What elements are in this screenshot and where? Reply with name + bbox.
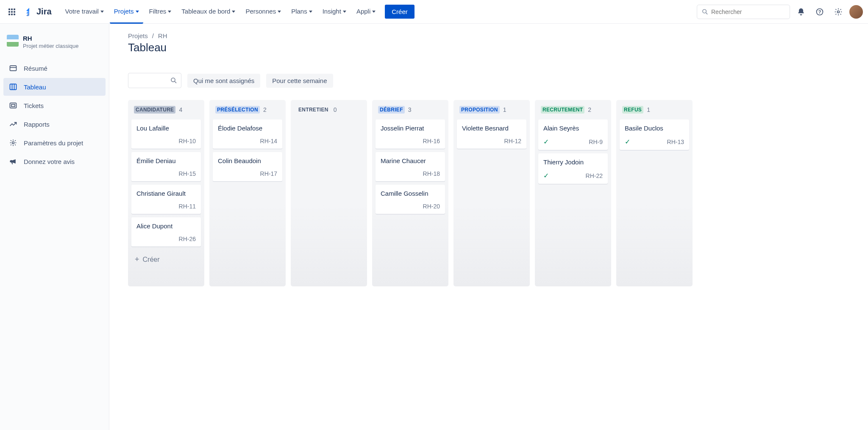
svg-rect-10 [10, 103, 17, 108]
card-title: Alain Seyrès [543, 125, 603, 132]
board-card[interactable]: Marine ChaucerRH-18 [376, 152, 445, 181]
column-count: 2 [588, 106, 591, 113]
app-switcher[interactable] [5, 5, 19, 19]
filter-assigned-to-me[interactable]: Qui me sont assignés [187, 74, 260, 88]
card-key: RH-12 [462, 138, 521, 144]
column-count: 2 [263, 106, 267, 113]
column-header[interactable]: CANDIDATURE4 [131, 106, 201, 116]
svg-point-12 [12, 142, 14, 144]
column-header[interactable]: PROPOSITION1 [457, 106, 526, 116]
board-icon [8, 82, 18, 92]
sidebar-item-label: Donnez votre avis [24, 158, 75, 165]
sidebar-list: Résumé Tableau Tickets Rapports Paramètr… [3, 59, 106, 170]
column-count: 4 [179, 106, 182, 113]
nav-plans[interactable]: Plans [287, 0, 317, 24]
board-card[interactable]: Alain Seyrès✓RH-9 [538, 119, 608, 150]
create-button[interactable]: Créer [385, 5, 415, 19]
sidebar-item-board[interactable]: Tableau [3, 78, 106, 96]
notifications-button[interactable] [793, 4, 809, 19]
column-title: REFUS [622, 106, 643, 114]
chevron-down-icon [278, 11, 281, 13]
board-card[interactable]: Thierry Jodoin✓RH-22 [538, 153, 608, 184]
board-card[interactable]: Émilie DeniauRH-15 [131, 152, 201, 181]
svg-point-13 [171, 78, 175, 82]
board-card[interactable]: Alice DupontRH-26 [131, 217, 201, 247]
column-header[interactable]: ENTRETIEN0 [294, 106, 364, 116]
card-key: RH-9 [549, 139, 603, 145]
global-search[interactable] [697, 5, 790, 19]
column-header[interactable]: RECRUTEMENT2 [538, 106, 608, 116]
nav-label: Plans [291, 8, 307, 15]
svg-line-1 [706, 13, 708, 14]
column-title: ENTRETIEN [297, 106, 330, 114]
jira-logo[interactable]: Jira [20, 5, 56, 18]
card-title: Basile Duclos [625, 125, 684, 132]
board-card[interactable]: Violette BesnardRH-12 [457, 119, 526, 149]
board-card[interactable]: Christiane GiraultRH-11 [131, 185, 201, 214]
chevron-down-icon [343, 11, 346, 13]
sidebar-item-settings[interactable]: Paramètres du projet [3, 134, 106, 152]
board-column: PROPOSITION1Violette BesnardRH-12 [453, 100, 530, 286]
column-header[interactable]: REFUS1 [620, 106, 689, 116]
nav-insight[interactable]: Insight [318, 0, 351, 24]
project-header[interactable]: RH Projet métier classique [3, 32, 106, 57]
board-card[interactable]: Josselin PierratRH-16 [376, 119, 445, 149]
card-footer: ✓RH-13 [625, 138, 684, 146]
nav-your-work[interactable]: Votre travail [61, 0, 108, 24]
card-title: Marine Chaucer [381, 157, 440, 164]
help-icon: ? [815, 8, 824, 16]
card-key: RH-13 [630, 139, 684, 145]
chevron-down-icon [372, 11, 376, 13]
column-header[interactable]: DÉBRIEF3 [376, 106, 445, 116]
board-card[interactable]: Colin BeaudoinRH-17 [213, 152, 282, 181]
nav-apps[interactable]: Appli [352, 0, 380, 24]
board-card[interactable]: Camille GosselinRH-20 [376, 185, 445, 214]
board-column: DÉBRIEF3Josselin PierratRH-16Marine Chau… [372, 100, 448, 286]
column-header[interactable]: PRÉSÉLECTION2 [213, 106, 282, 116]
breadcrumb-root[interactable]: Projets [128, 32, 148, 39]
card-icon [8, 64, 18, 73]
sidebar-item-reports[interactable]: Rapports [3, 115, 106, 133]
board: CANDIDATURE4Lou LafailleRH-10Émilie Deni… [128, 100, 855, 286]
board-card[interactable]: Lou LafailleRH-10 [131, 119, 201, 149]
card-key: RH-26 [136, 236, 196, 242]
card-title: Christiane Girault [136, 190, 196, 197]
card-footer: RH-14 [218, 138, 277, 144]
sidebar-item-label: Paramètres du projet [24, 139, 83, 147]
board-search[interactable] [128, 73, 181, 88]
jira-logo-text: Jira [36, 7, 52, 17]
sidebar-item-summary[interactable]: Résumé [3, 59, 106, 77]
search-input[interactable] [711, 8, 785, 15]
board-card[interactable]: Basile Duclos✓RH-13 [620, 119, 689, 150]
board-filters: Qui me sont assignés Pour cette semaine [128, 73, 855, 88]
nav-filters[interactable]: Filtres [145, 0, 176, 24]
apps-icon [8, 8, 15, 15]
nav-people[interactable]: Personnes [241, 0, 285, 24]
board-column: REFUS1Basile Duclos✓RH-13 [616, 100, 693, 286]
nav-projects[interactable]: Projets [110, 0, 143, 24]
card-footer: RH-20 [381, 203, 440, 210]
settings-button[interactable] [831, 4, 846, 19]
sidebar-item-feedback[interactable]: Donnez votre avis [3, 153, 106, 170]
nav-dashboards[interactable]: Tableaux de bord [177, 0, 239, 24]
breadcrumb-leaf: RH [158, 32, 167, 39]
gear-icon [834, 8, 843, 16]
card-key: RH-16 [381, 138, 440, 144]
card-footer: RH-12 [462, 138, 521, 144]
nav-label: Projets [114, 8, 134, 15]
board-card[interactable]: Élodie DelafoseRH-14 [213, 119, 282, 149]
create-label: Créer [143, 256, 160, 264]
nav-label: Votre travail [65, 8, 99, 15]
user-avatar[interactable] [849, 5, 863, 19]
nav-label: Appli [356, 8, 370, 15]
card-title: Élodie Delafose [218, 125, 277, 132]
help-button[interactable]: ? [812, 4, 827, 19]
svg-rect-7 [10, 84, 17, 89]
card-footer: RH-11 [136, 203, 196, 210]
card-title: Colin Beaudoin [218, 157, 277, 164]
sidebar-item-tickets[interactable]: Tickets [3, 97, 106, 114]
megaphone-icon [8, 157, 18, 166]
column-title: PROPOSITION [459, 106, 500, 114]
create-card-button[interactable]: +Créer [131, 251, 201, 268]
filter-this-week[interactable]: Pour cette semaine [266, 74, 333, 88]
